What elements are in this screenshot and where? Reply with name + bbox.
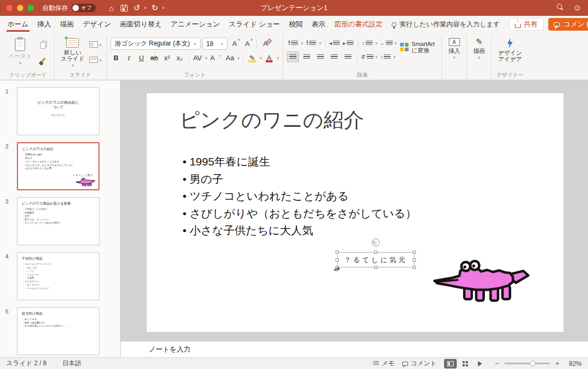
- italic-button[interactable]: I: [123, 52, 134, 63]
- language-indicator[interactable]: 日本語: [62, 359, 82, 368]
- rotation-handle[interactable]: ↻: [372, 238, 380, 246]
- new-slide-button[interactable]: 新しい スライド ∨: [58, 36, 87, 69]
- home-quick-button[interactable]: ⌂: [105, 2, 117, 14]
- insert-dropdown[interactable]: ∨: [453, 56, 456, 59]
- underline-button[interactable]: U: [136, 52, 147, 63]
- selected-textbox[interactable]: ？るてしに気元 ↻: [337, 252, 414, 267]
- resize-handle-nw[interactable]: [336, 251, 339, 254]
- bullets-dropdown[interactable]: ∨: [301, 41, 303, 45]
- resize-handle-w[interactable]: [336, 259, 339, 262]
- undo-dropdown[interactable]: ∨: [142, 6, 148, 10]
- save-button[interactable]: [118, 2, 130, 14]
- slide-thumbnail-1[interactable]: ピンクのワニの商品化に ついて わにちゃん: [17, 87, 99, 135]
- superscript-button[interactable]: x²: [161, 52, 173, 63]
- slide-thumbnail-5[interactable]: 幼児向け商品 ・ぬいぐるみ ・絵本（読み聞かせ） ・その他玩具とピンクのワニを混…: [17, 307, 99, 355]
- close-window-button[interactable]: [6, 5, 13, 11]
- spacing-dropdown[interactable]: ∨: [205, 56, 207, 60]
- paste-button[interactable]: ペースト ∨: [6, 36, 35, 66]
- justify-button[interactable]: [328, 51, 340, 62]
- search-button[interactable]: [556, 3, 564, 13]
- resize-handle-ne[interactable]: [413, 251, 416, 254]
- current-slide[interactable]: ピンクのワニの紹介 1995年春に誕生 男の子 ツチノコといわれたことがある さ…: [147, 93, 564, 332]
- design-ideas-button[interactable]: デザイン アイデア: [495, 36, 524, 64]
- redo-button[interactable]: ↻: [149, 2, 160, 14]
- tab-draw[interactable]: 描画: [60, 16, 74, 33]
- resize-handle-s[interactable]: [374, 266, 377, 269]
- tell-me-box[interactable]: 実行したい作業内容を入力します: [392, 20, 500, 29]
- phonetic-guide-button[interactable]: A゛: [209, 52, 223, 63]
- numbering-button[interactable]: [305, 38, 317, 49]
- decrease-indent-button[interactable]: ◂: [329, 38, 341, 49]
- tab-slideshow[interactable]: スライド ショー: [229, 16, 279, 33]
- numbering-dropdown[interactable]: ∨: [319, 41, 321, 45]
- align-left-button[interactable]: [287, 51, 299, 62]
- zoom-in-button[interactable]: +: [554, 359, 560, 367]
- character-spacing-button[interactable]: AV: [192, 52, 203, 63]
- redo-dropdown[interactable]: ∨: [160, 6, 166, 10]
- case-dropdown[interactable]: ∨: [237, 56, 240, 60]
- zoom-out-button[interactable]: −: [494, 359, 500, 367]
- line-spacing-dropdown[interactable]: ∨: [375, 41, 378, 45]
- distribute-button[interactable]: [342, 51, 354, 62]
- slideshow-view-button[interactable]: [474, 359, 486, 368]
- rotate-text-dropdown[interactable]: ∨: [393, 55, 396, 59]
- highlight-dropdown[interactable]: ∨: [259, 56, 262, 60]
- vertical-align-button[interactable]: ⇵: [361, 51, 373, 62]
- zoom-slider[interactable]: [504, 363, 550, 364]
- slide-section-button[interactable]: ∨: [89, 54, 103, 66]
- minimize-window-button[interactable]: [17, 5, 23, 11]
- subscript-button[interactable]: x₂: [174, 52, 185, 63]
- align-right-button[interactable]: [314, 51, 327, 62]
- zoom-slider-thumb[interactable]: [530, 361, 536, 366]
- insert-textbox-button[interactable]: A 挿入 ∨: [446, 36, 463, 61]
- slide-layout-button[interactable]: ∨: [89, 39, 103, 50]
- font-size-combo[interactable]: 18 ∨: [202, 38, 228, 50]
- increase-indent-button[interactable]: ▸: [342, 38, 355, 49]
- clear-formatting-button[interactable]: A: [260, 38, 271, 49]
- slide-thumbnail-2-selected[interactable]: ピンクのワニの紹介 ・1995年春に誕生 ・男の子 ・ツチノコといわれたことがあ…: [17, 142, 99, 190]
- slide-sorter-view-button[interactable]: [459, 359, 472, 368]
- paste-dropdown[interactable]: ∨: [19, 61, 22, 64]
- tab-design[interactable]: デザイン: [83, 16, 111, 33]
- normal-view-button[interactable]: [444, 359, 457, 368]
- autosave-toggle[interactable]: オフ: [71, 4, 96, 12]
- tab-insert[interactable]: 挿入: [38, 16, 51, 33]
- account-icon[interactable]: ☺: [573, 4, 582, 12]
- font-color-button[interactable]: A: [264, 52, 275, 63]
- share-button[interactable]: 共有: [509, 18, 544, 31]
- decrease-font-button[interactable]: A: [242, 38, 253, 49]
- vertical-align-dropdown[interactable]: ∨: [375, 55, 378, 59]
- slide-thumbnail-4[interactable]: 子供向け商品 ・ステーショナリーグッズ ・けしごむ ・ノート ・ペンケース ・文…: [17, 252, 99, 300]
- format-painter-button[interactable]: [37, 54, 50, 66]
- slide-bullet-list[interactable]: 1995年春に誕生 男の子 ツチノコといわれたことがある さびしがりや（おともだ…: [183, 153, 417, 239]
- line-spacing-button[interactable]: ↕: [361, 38, 374, 49]
- resize-handle-e[interactable]: [413, 259, 416, 262]
- change-case-button[interactable]: Aa: [224, 52, 236, 63]
- notes-pane[interactable]: ノートを入力: [121, 341, 588, 357]
- new-slide-dropdown[interactable]: ∨: [71, 63, 74, 67]
- slide-thumbnail-3[interactable]: ピンクのワニ商品が受ける客層 ・子供向け（〜小学生） ・幼稚園児 ・女性 ・親子…: [17, 197, 99, 245]
- tab-transitions[interactable]: 画面切り替え: [120, 16, 162, 33]
- copy-button[interactable]: [37, 39, 50, 50]
- font-family-combo[interactable]: 游ゴシック Regular (本文) ∨: [111, 38, 201, 50]
- tab-view[interactable]: 表示: [312, 16, 325, 33]
- zoom-window-button[interactable]: [28, 5, 34, 11]
- resize-handle-se[interactable]: [413, 266, 416, 269]
- align-center-button[interactable]: [301, 51, 313, 62]
- bullets-button[interactable]: [287, 38, 299, 49]
- tab-animations[interactable]: アニメーション: [170, 16, 220, 33]
- bold-button[interactable]: B: [111, 52, 122, 63]
- undo-button[interactable]: ↺: [131, 2, 142, 14]
- tab-home[interactable]: ホーム: [7, 16, 29, 33]
- draw-dropdown[interactable]: ∨: [478, 56, 481, 59]
- font-color-dropdown[interactable]: ∨: [276, 56, 279, 60]
- pink-crocodile-image[interactable]: [432, 259, 532, 306]
- notes-toggle-button[interactable]: メモ: [373, 359, 395, 368]
- increase-font-button[interactable]: A: [229, 38, 240, 49]
- comments-button[interactable]: コメント: [548, 18, 588, 31]
- tab-shape-format[interactable]: 図形の書式設定: [334, 16, 383, 33]
- draw-button[interactable]: ✎ 描画 ∨: [471, 36, 487, 61]
- comments-toggle-button[interactable]: コメント: [402, 359, 437, 368]
- resize-handle-n[interactable]: [374, 251, 377, 254]
- rotate-text-button[interactable]: ↕: [379, 51, 392, 62]
